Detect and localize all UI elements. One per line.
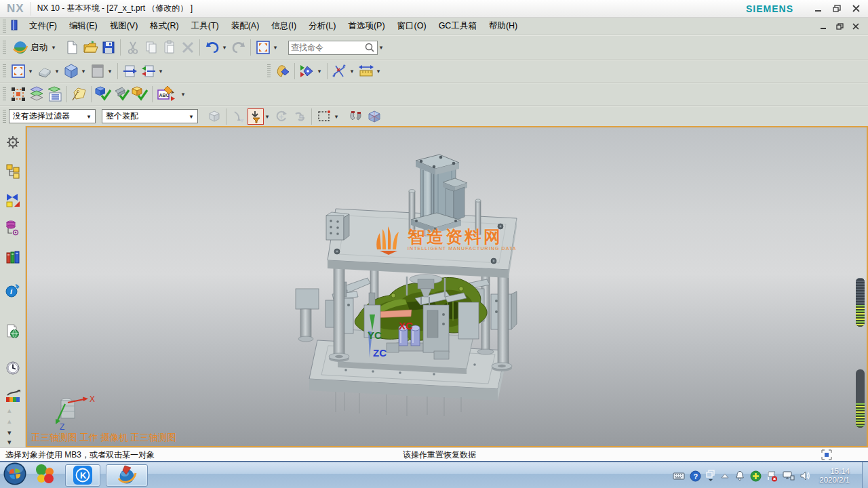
help-tray-icon[interactable]: ?	[690, 470, 701, 482]
animation-dropdown[interactable]: ▾	[316, 68, 323, 75]
color-palette-icon[interactable]	[5, 388, 21, 405]
graphics-window[interactable]: XC YC ZC	[26, 126, 868, 447]
sheet-part-dropdown[interactable]: ▾	[54, 68, 60, 75]
view-triad[interactable]: X Z	[46, 392, 96, 434]
face-analysis-button[interactable]	[273, 62, 292, 81]
menu-edit[interactable]: 编辑(E)	[63, 18, 104, 35]
history-clock-icon[interactable]	[5, 360, 21, 376]
menu-window[interactable]: 窗口(O)	[391, 18, 433, 35]
pinned-app-icon[interactable]	[34, 463, 56, 487]
taskbar-nx-app-button[interactable]	[106, 464, 148, 487]
menu-gc-toolbox[interactable]: GC工具箱	[433, 18, 483, 35]
move-object-button[interactable]	[9, 85, 27, 104]
fit-view-dropdown[interactable]: ▾	[27, 68, 34, 75]
notification-bell-icon[interactable]	[734, 470, 745, 481]
taskbar-clock[interactable]: 15:14 2020/2/1	[819, 467, 850, 485]
constraint-navigator-icon[interactable]	[5, 192, 21, 208]
plate-edge-block[interactable]	[326, 212, 349, 240]
web-browser-icon[interactable]: i	[5, 283, 21, 299]
new-file-button[interactable]	[62, 39, 81, 57]
roles-gear-icon[interactable]	[5, 134, 21, 150]
fit-view-button[interactable]	[9, 62, 27, 81]
menu-assemblies[interactable]: 装配(A)	[225, 18, 266, 35]
ime-keyboard-icon[interactable]	[673, 470, 685, 481]
assembly-navigator-icon[interactable]	[5, 163, 21, 180]
restore-windows-tray-icon[interactable]	[706, 470, 715, 482]
restore-button[interactable]	[833, 5, 841, 13]
part-navigator-icon[interactable]	[5, 220, 21, 236]
selection-bar-grip[interactable]	[3, 110, 6, 123]
minimize-button[interactable]	[814, 5, 822, 13]
save-button[interactable]	[99, 39, 117, 57]
child-minimize-button[interactable]	[819, 22, 827, 30]
menu-information[interactable]: 信息(I)	[265, 18, 302, 35]
3d-model-fixture-assembly[interactable]: XC YC ZC	[27, 127, 867, 446]
start-button[interactable]	[3, 462, 27, 488]
volume-tray-icon[interactable]	[800, 470, 810, 481]
marquee-select-dropdown[interactable]: ▾	[333, 113, 340, 120]
menubar-grip[interactable]	[3, 20, 6, 33]
utility-toolbar-grip[interactable]	[3, 87, 6, 101]
action-center-flag-icon[interactable]	[766, 470, 778, 482]
menu-file[interactable]: 文件(F)	[23, 18, 63, 35]
layer-visibility-button[interactable]	[45, 85, 64, 104]
child-close-button[interactable]	[852, 22, 860, 30]
view-toolbar-grip[interactable]	[3, 64, 6, 78]
touch-mode-button[interactable]	[254, 39, 272, 57]
snap-point-button[interactable]	[347, 107, 365, 125]
menu-analysis[interactable]: 分析(L)	[302, 18, 342, 35]
measure-distance-dropdown[interactable]: ▾	[375, 68, 382, 75]
menu-help[interactable]: 帮助(H)	[483, 18, 524, 35]
menu-view[interactable]: 视图(V)	[104, 18, 144, 35]
selection-scope-dropdown[interactable]: 整个装配▾	[102, 109, 198, 123]
selection-priority-dropdown[interactable]: ▾	[264, 113, 271, 120]
antivirus-tray-icon[interactable]	[750, 470, 762, 482]
sheet-part-button[interactable]	[35, 62, 54, 81]
render-style-dropdown[interactable]: ▾	[106, 68, 113, 75]
touch-mode-dropdown[interactable]: ▾	[272, 44, 279, 51]
annotation-tag-button[interactable]	[70, 85, 88, 104]
hd3d-tools-icon[interactable]	[5, 323, 21, 340]
front-left-block[interactable]	[296, 289, 319, 342]
menu-format[interactable]: 格式(R)	[144, 18, 184, 35]
show-desktop-button[interactable]	[862, 462, 868, 488]
measure-angle-button[interactable]	[330, 62, 349, 81]
start-menu-button[interactable]: 启动▾	[9, 38, 62, 57]
check-tool-button[interactable]	[113, 85, 131, 104]
menu-tools[interactable]: 工具(T)	[185, 18, 225, 35]
isometric-view-button[interactable]	[62, 62, 80, 81]
command-search-input[interactable]	[291, 43, 364, 52]
measure-distance-button[interactable]	[357, 62, 375, 81]
resource-scroll-down[interactable]: ▾	[7, 429, 12, 436]
resource-scroll-bottom[interactable]: ▾	[7, 439, 12, 445]
attribute-edit-button[interactable]: ABC	[155, 85, 180, 104]
top-selection-priority-button[interactable]	[248, 108, 264, 125]
taskbar-k-app-button[interactable]: K	[65, 464, 100, 487]
open-file-button[interactable]	[81, 39, 99, 57]
selection-filter-dropdown[interactable]: 没有选择过滤器▾	[9, 109, 96, 123]
undo-button[interactable]	[203, 39, 221, 57]
search-icon[interactable]	[364, 42, 375, 53]
attribute-edit-dropdown[interactable]: ▾	[180, 91, 186, 98]
snap-cube-button[interactable]	[365, 107, 383, 125]
child-restore-button[interactable]	[835, 22, 844, 30]
edit-section-dropdown[interactable]: ▾	[157, 68, 164, 75]
reuse-library-icon[interactable]	[5, 249, 21, 265]
close-button[interactable]	[852, 5, 860, 13]
isometric-view-dropdown[interactable]: ▾	[80, 68, 87, 75]
measure-angle-dropdown[interactable]: ▾	[349, 68, 355, 75]
analysis-toolbar-grip[interactable]	[267, 64, 271, 78]
layer-settings-button[interactable]	[27, 85, 45, 104]
render-style-button[interactable]	[88, 62, 106, 81]
toolbar-grip[interactable]	[3, 41, 6, 54]
search-dropdown[interactable]: ▾	[378, 44, 384, 51]
menu-preferences[interactable]: 首选项(P)	[342, 18, 391, 35]
show-hidden-icons-button[interactable]	[720, 472, 730, 480]
edit-section-button[interactable]	[139, 62, 157, 81]
marquee-select-button[interactable]	[315, 107, 333, 125]
window-section-button[interactable]	[121, 62, 139, 81]
undo-dropdown[interactable]: ▾	[221, 44, 228, 51]
network-tray-icon[interactable]	[783, 470, 795, 481]
animation-play-button[interactable]	[298, 62, 316, 81]
examine-geometry-button[interactable]	[94, 85, 113, 104]
